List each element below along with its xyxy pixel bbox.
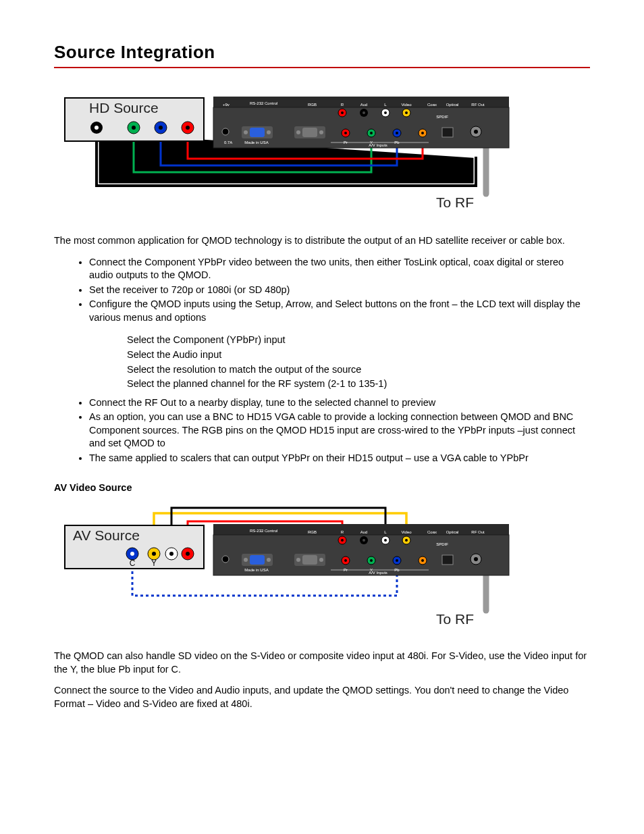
svg-text:R: R	[341, 530, 344, 534]
svg-point-90	[244, 558, 248, 562]
svg-text:C: C	[130, 558, 136, 568]
svg-text:RS-232
Control: RS-232 Control	[250, 101, 277, 105]
svg-text:Optical: Optical	[446, 103, 459, 107]
qmod-device: +9v RS-232 Control RGB R Aud L Video Coa…	[213, 97, 509, 148]
paragraph-intro: The most common application for QMOD tec…	[54, 234, 590, 248]
svg-point-59	[130, 552, 134, 556]
svg-point-22	[341, 111, 344, 114]
svg-point-82	[363, 539, 365, 542]
svg-text:SPDIF: SPDIF	[436, 115, 448, 119]
svg-point-4	[132, 126, 136, 130]
svg-point-24	[363, 111, 365, 114]
svg-text:A/V Inputs: A/V Inputs	[369, 143, 387, 147]
svg-text:Made in USA: Made in USA	[244, 140, 268, 145]
svg-point-107	[421, 559, 424, 562]
av-video-subhead: AV Video Source	[54, 481, 590, 495]
svg-point-40	[344, 132, 347, 134]
svg-text:A/V Inputs: A/V Inputs	[369, 571, 387, 575]
sub-item: Select the planned channel for the RF sy…	[127, 377, 590, 391]
svg-point-104	[396, 559, 398, 562]
svg-point-110	[474, 557, 478, 561]
list-item: Connect the Component YPbPr video betwee…	[89, 256, 590, 282]
av-source-label: AV Source	[73, 527, 140, 543]
svg-text:Video: Video	[401, 103, 412, 107]
svg-point-6	[159, 126, 163, 130]
sub-item: Select the Audio input	[127, 348, 590, 362]
svg-text:Aud: Aud	[360, 530, 368, 534]
svg-text:Coax: Coax	[427, 103, 437, 107]
svg-point-30	[222, 128, 229, 135]
paragraph-av-2: Connect the source to the Video and Audi…	[54, 684, 590, 710]
svg-text:RGB: RGB	[308, 530, 317, 534]
svg-text:Coax: Coax	[427, 530, 437, 534]
svg-point-8	[186, 126, 190, 130]
svg-point-101	[370, 559, 373, 562]
svg-point-49	[421, 132, 424, 134]
bullet-list-2: Connect the RF Out to a nearby display, …	[54, 396, 590, 465]
svg-point-46	[396, 132, 398, 134]
list-item: As an option, you can use a BNC to HD15 …	[89, 411, 590, 450]
svg-text:Made in USA: Made in USA	[244, 568, 268, 572]
svg-text:Video: Video	[401, 530, 412, 534]
svg-rect-38	[302, 128, 317, 137]
svg-text:RF Out: RF Out	[471, 103, 485, 107]
list-item: The same applied to scalers that can out…	[89, 452, 590, 465]
svg-point-52	[474, 130, 478, 134]
paragraph-av-1: The QMOD can also handle SD video on the…	[54, 650, 590, 676]
svg-point-33	[267, 130, 271, 134]
svg-point-43	[370, 132, 373, 134]
svg-point-36	[296, 130, 300, 134]
sub-list: Select the Component (YPbPr) input Selec…	[127, 334, 590, 390]
svg-rect-92	[250, 555, 265, 565]
svg-point-86	[405, 539, 408, 542]
svg-point-95	[319, 558, 323, 562]
sub-item: Select the resolution to match the outpu…	[127, 363, 590, 377]
qmod-device: RS-232 Control RGB R Aud L Video Coax Op…	[213, 524, 509, 575]
svg-point-91	[267, 558, 271, 562]
svg-point-98	[344, 559, 347, 562]
svg-rect-108	[442, 555, 453, 565]
svg-point-94	[296, 558, 300, 562]
svg-point-2	[95, 126, 99, 130]
svg-text:SPDIF: SPDIF	[436, 542, 448, 546]
list-item: Set the receiver to 720p or 1080i (or SD…	[89, 284, 590, 297]
sub-item: Select the Component (YPbPr) input	[127, 334, 590, 347]
svg-text:Y: Y	[151, 558, 157, 568]
svg-text:RGB: RGB	[308, 103, 317, 107]
svg-point-65	[186, 552, 190, 556]
svg-point-37	[319, 130, 323, 134]
svg-text:Aud: Aud	[360, 103, 368, 107]
svg-text:0.7A: 0.7A	[224, 140, 232, 145]
list-item: Connect the RF Out to a nearby display, …	[89, 396, 590, 410]
svg-point-32	[244, 130, 248, 134]
svg-point-26	[384, 111, 387, 114]
to-rf-label: To RF	[436, 194, 474, 210]
svg-text:+9v: +9v	[223, 103, 230, 107]
svg-point-61	[152, 552, 156, 556]
svg-point-28	[405, 111, 408, 114]
bullet-list-1: Connect the Component YPbPr video betwee…	[54, 256, 590, 325]
av-source-diagram: AV Source C Y RS-232 Control RGB R Aud L…	[54, 501, 590, 629]
svg-point-88	[222, 556, 229, 563]
to-rf-label-2: To RF	[436, 611, 474, 627]
hd-source-diagram: HD Source +9v RS-232 Control RGB R Aud L…	[54, 86, 590, 214]
svg-rect-34	[250, 128, 265, 137]
page-title: Source Integration	[54, 41, 590, 64]
svg-text:Optical: Optical	[446, 530, 459, 534]
svg-point-84	[384, 539, 387, 542]
svg-text:RF Out: RF Out	[471, 530, 485, 534]
svg-text:R: R	[341, 103, 344, 107]
hd-source-label: HD Source	[89, 100, 159, 115]
svg-rect-50	[442, 128, 453, 137]
svg-point-63	[169, 552, 173, 556]
svg-point-80	[341, 539, 344, 542]
svg-rect-96	[302, 555, 317, 565]
list-item: Configure the QMOD inputs using the Setu…	[89, 298, 590, 324]
svg-text:RS-232
Control: RS-232 Control	[250, 529, 277, 533]
title-block: Source Integration	[54, 41, 590, 68]
